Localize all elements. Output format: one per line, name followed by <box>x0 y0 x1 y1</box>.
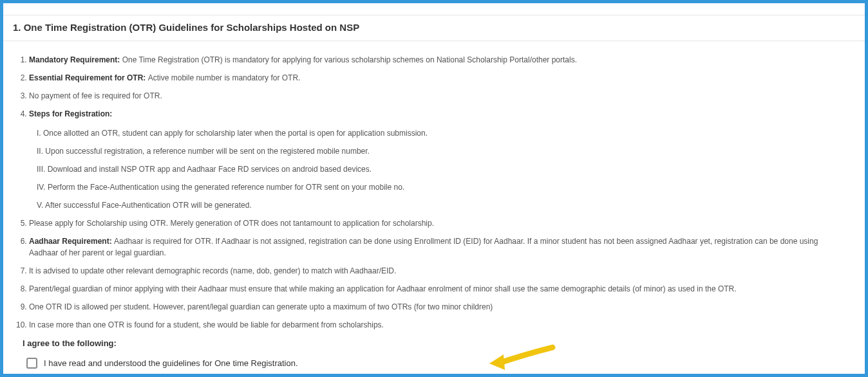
steps-label: Steps for Registration: <box>29 109 112 118</box>
checkbox-row-1[interactable]: I have read and understood the guideline… <box>23 358 845 369</box>
guideline-item-10: In case more than one OTR is found for a… <box>29 319 845 331</box>
guideline-item-1: Mandatory Requirement: One Time Registra… <box>29 54 845 66</box>
step-4: IV. Perform the Face-Authentication usin… <box>37 181 845 193</box>
step-3: III. Download and install NSP OTR app an… <box>37 163 845 175</box>
guideline-item-3: No payment of fee is required for OTR. <box>29 90 845 102</box>
agree-title: I agree to the following: <box>23 338 845 348</box>
agree-section: I agree to the following: I have read an… <box>23 338 845 374</box>
guidelines-list: Mandatory Requirement: One Time Registra… <box>23 54 845 331</box>
step-5: V. After successful Face-Authentication … <box>37 199 845 211</box>
guardian-text: Parent/legal guardian of minor applying … <box>29 284 737 293</box>
essential-text: Active mobile number is mandatory for OT… <box>148 73 301 82</box>
checkbox-label-1: I have read and understood the guideline… <box>44 358 298 368</box>
step-2: II. Upon successful registration, a refe… <box>37 145 845 157</box>
one-otr-text: One OTR ID is allowed per student. Howev… <box>29 302 493 311</box>
content-area: Mandatory Requirement: One Time Registra… <box>3 41 865 374</box>
guideline-item-7: It is advised to update other relevant d… <box>29 265 845 277</box>
aadhaar-text: Aadhaar is required for OTR. If Aadhaar … <box>29 237 818 257</box>
aadhaar-label: Aadhaar Requirement: <box>29 237 114 246</box>
debarment-text: In case more than one OTR is found for a… <box>29 320 384 329</box>
guideline-item-8: Parent/legal guardian of minor applying … <box>29 283 845 295</box>
guideline-item-4: Steps for Registration: I. Once allotted… <box>29 108 845 211</box>
mandatory-text: One Time Registration (OTR) is mandatory… <box>122 55 577 64</box>
please-apply-text: Please apply for Scholarship using OTR. … <box>29 219 434 228</box>
essential-label: Essential Requirement for OTR: <box>29 73 148 82</box>
section-header: 1. One Time Registration (OTR) Guideline… <box>3 15 865 41</box>
step-1: I. Once allotted an OTR, student can app… <box>37 127 845 139</box>
section-title: 1. One Time Registration (OTR) Guideline… <box>13 22 855 33</box>
guideline-item-9: One OTR ID is allowed per student. Howev… <box>29 301 845 313</box>
mandatory-label: Mandatory Requirement: <box>29 55 122 64</box>
checkbox-icon[interactable] <box>26 358 37 369</box>
guideline-item-5: Please apply for Scholarship using OTR. … <box>29 217 845 229</box>
page-container: 1. One Time Registration (OTR) Guideline… <box>3 3 865 374</box>
steps-sublist: I. Once allotted an OTR, student can app… <box>29 127 845 211</box>
no-payment-text: No payment of fee is required for OTR. <box>29 91 162 100</box>
guideline-item-6: Aadhaar Requirement: Aadhaar is required… <box>29 235 845 259</box>
demographic-text: It is advised to update other relevant d… <box>29 266 396 275</box>
guideline-item-2: Essential Requirement for OTR: Active mo… <box>29 72 845 84</box>
top-spacer <box>3 3 865 15</box>
